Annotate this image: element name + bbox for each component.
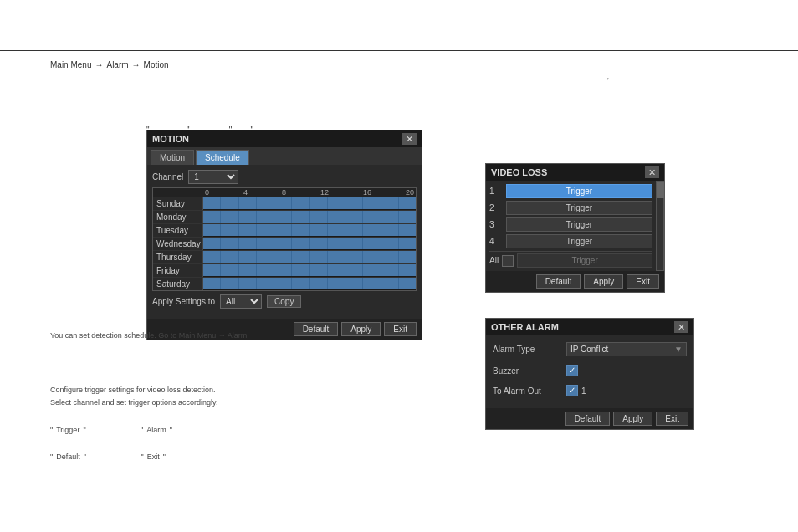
cell[interactable] xyxy=(328,197,345,209)
cell[interactable] xyxy=(203,251,221,263)
apply-settings-select[interactable]: All xyxy=(220,294,262,309)
schedule-cells-tuesday[interactable] xyxy=(203,224,416,237)
video-loss-exit-button[interactable]: Exit xyxy=(627,274,659,289)
cell[interactable] xyxy=(221,278,238,289)
schedule-cells-saturday[interactable] xyxy=(203,278,416,290)
cell[interactable] xyxy=(292,211,309,223)
cell[interactable] xyxy=(310,251,328,263)
cell[interactable] xyxy=(239,211,257,223)
tab-motion[interactable]: Motion xyxy=(151,150,194,165)
cell[interactable] xyxy=(292,278,309,289)
vl-trigger-button-2[interactable]: Trigger xyxy=(506,201,652,215)
cell[interactable] xyxy=(274,264,292,276)
cell[interactable] xyxy=(328,251,345,263)
cell[interactable] xyxy=(363,238,381,249)
cell[interactable] xyxy=(203,238,221,249)
cell[interactable] xyxy=(257,278,274,289)
tab-schedule[interactable]: Schedule xyxy=(196,150,249,165)
cell[interactable] xyxy=(345,224,363,236)
cell[interactable] xyxy=(221,197,238,209)
cell[interactable] xyxy=(257,264,274,276)
copy-button[interactable]: Copy xyxy=(267,295,301,308)
oa-buzzer-checkbox[interactable] xyxy=(566,365,578,376)
cell[interactable] xyxy=(221,251,238,263)
other-alarm-exit-button[interactable]: Exit xyxy=(656,412,688,426)
vl-trigger-button-3[interactable]: Trigger xyxy=(506,217,652,232)
cell[interactable] xyxy=(203,211,221,223)
cell[interactable] xyxy=(328,278,345,289)
cell[interactable] xyxy=(221,238,238,249)
cell[interactable] xyxy=(292,264,309,276)
oa-alarm-type-select[interactable]: IP Conflict ▼ xyxy=(566,342,687,356)
cell[interactable] xyxy=(239,264,257,276)
scrollbar-thumb[interactable] xyxy=(657,182,664,198)
cell[interactable] xyxy=(399,197,416,209)
cell[interactable] xyxy=(381,238,399,249)
cell[interactable] xyxy=(257,224,274,236)
vl-trigger-button-4[interactable]: Trigger xyxy=(506,234,652,248)
video-loss-default-button[interactable]: Default xyxy=(536,274,581,289)
cell[interactable] xyxy=(310,224,328,236)
cell[interactable] xyxy=(381,264,399,276)
cell[interactable] xyxy=(274,251,292,263)
cell[interactable] xyxy=(274,238,292,249)
cell[interactable] xyxy=(310,211,328,223)
cell[interactable] xyxy=(310,238,328,249)
cell[interactable] xyxy=(363,211,381,223)
schedule-cells-friday[interactable] xyxy=(203,264,416,277)
cell[interactable] xyxy=(310,264,328,276)
cell[interactable] xyxy=(292,238,309,249)
channel-select[interactable]: 1 2 3 4 xyxy=(188,170,238,184)
cell[interactable] xyxy=(257,197,274,209)
cell[interactable] xyxy=(363,197,381,209)
video-loss-close-button[interactable]: ✕ xyxy=(645,166,659,178)
cell[interactable] xyxy=(203,224,221,236)
other-alarm-close-button[interactable]: ✕ xyxy=(674,321,688,333)
cell[interactable] xyxy=(381,224,399,236)
cell[interactable] xyxy=(345,197,363,209)
cell[interactable] xyxy=(381,211,399,223)
cell[interactable] xyxy=(363,224,381,236)
cell[interactable] xyxy=(292,224,309,236)
other-alarm-apply-button[interactable]: Apply xyxy=(613,412,652,426)
cell[interactable] xyxy=(399,264,416,276)
cell[interactable] xyxy=(274,224,292,236)
other-alarm-default-button[interactable]: Default xyxy=(565,412,611,426)
cell[interactable] xyxy=(274,211,292,223)
cell[interactable] xyxy=(203,197,221,209)
cell[interactable] xyxy=(257,211,274,223)
oa-alarm-out-checkbox[interactable] xyxy=(566,385,578,396)
cell[interactable] xyxy=(399,278,416,289)
motion-close-button[interactable]: ✕ xyxy=(402,133,417,145)
cell[interactable] xyxy=(399,238,416,249)
schedule-cells-wednesday[interactable] xyxy=(203,238,416,250)
cell[interactable] xyxy=(239,197,257,209)
cell[interactable] xyxy=(239,238,257,249)
cell[interactable] xyxy=(239,278,257,289)
cell[interactable] xyxy=(345,251,363,263)
cell[interactable] xyxy=(221,224,238,236)
cell[interactable] xyxy=(363,278,381,289)
cell[interactable] xyxy=(345,278,363,289)
vl-all-checkbox[interactable] xyxy=(502,255,514,267)
cell[interactable] xyxy=(328,238,345,249)
cell[interactable] xyxy=(292,251,309,263)
cell[interactable] xyxy=(381,251,399,263)
cell[interactable] xyxy=(221,211,238,223)
cell[interactable] xyxy=(381,197,399,209)
cell[interactable] xyxy=(221,264,238,276)
cell[interactable] xyxy=(399,211,416,223)
cell[interactable] xyxy=(345,211,363,223)
cell[interactable] xyxy=(345,238,363,249)
video-loss-apply-button[interactable]: Apply xyxy=(584,274,623,289)
cell[interactable] xyxy=(399,224,416,236)
schedule-cells-sunday[interactable] xyxy=(203,197,416,210)
scrollbar-track[interactable] xyxy=(656,181,664,271)
cell[interactable] xyxy=(363,264,381,276)
cell[interactable] xyxy=(257,238,274,249)
vl-trigger-button-1[interactable]: Trigger xyxy=(506,184,652,198)
cell[interactable] xyxy=(381,278,399,289)
cell[interactable] xyxy=(274,278,292,289)
cell[interactable] xyxy=(203,264,221,276)
schedule-cells-monday[interactable] xyxy=(203,211,416,223)
